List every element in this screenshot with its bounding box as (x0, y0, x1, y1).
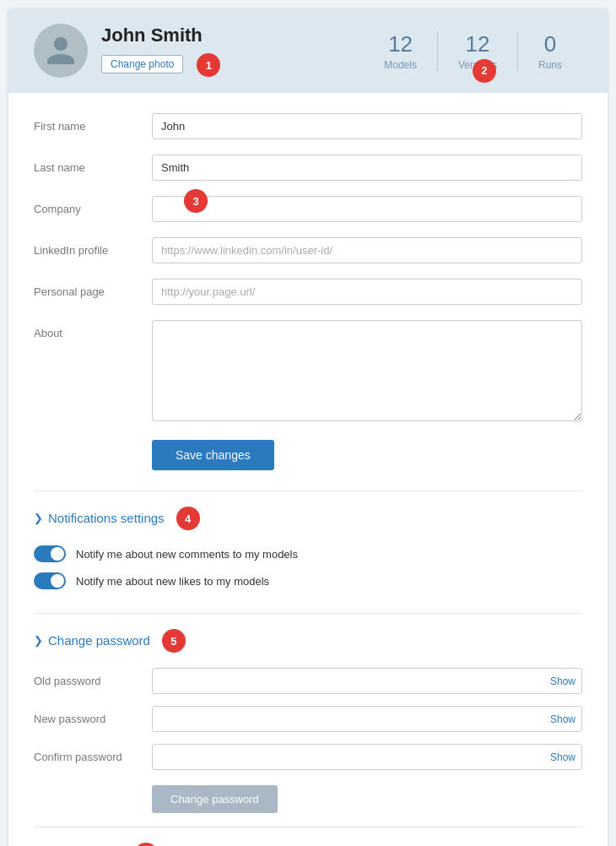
new-password-label: New password (34, 713, 152, 725)
notify-comments-row: Notify me about new comments to my model… (34, 545, 582, 562)
profile-header-left: John Smith Change photo 1 (34, 24, 220, 78)
personal-page-label: Personal page (34, 279, 152, 298)
show-new-password-button[interactable]: Show (550, 713, 575, 725)
show-confirm-password-button[interactable]: Show (550, 751, 575, 763)
notify-likes-label: Notify me about new likes to my models (76, 575, 269, 588)
badge-3: 3 (184, 189, 208, 213)
password-chevron-icon: ❯ (34, 634, 43, 647)
company-row: Company 3 (34, 196, 582, 222)
notifications-chevron-icon: ❯ (34, 512, 43, 524)
notifications-title: Notifications settings (48, 511, 165, 525)
stat-runs: 0 Runs (517, 31, 582, 71)
profile-stats: 12 Models 12 Versions 2 0 Runs (364, 31, 582, 71)
linkedin-input[interactable] (152, 237, 582, 263)
notifications-header[interactable]: ❯ Notifications settings 4 (8, 491, 608, 539)
about-label: About (34, 320, 152, 339)
confirm-password-row: Confirm password Show (34, 744, 582, 770)
page-container: John Smith Change photo 1 12 Models 12 V… (8, 8, 608, 846)
profile-header: John Smith Change photo 1 12 Models 12 V… (8, 8, 608, 93)
badge-6: 6 (134, 843, 158, 846)
old-password-label: Old password (34, 675, 152, 687)
runs-count: 0 (544, 31, 556, 57)
stat-versions: 12 Versions 2 (437, 31, 517, 71)
profile-form: First name Last name Company 3 LinkedIn … (8, 93, 608, 491)
first-name-row: First name (34, 113, 582, 139)
models-count: 12 (388, 31, 413, 57)
runs-label: Runs (538, 59, 562, 71)
notifications-body: Notify me about new comments to my model… (8, 539, 608, 613)
user-icon (44, 34, 78, 68)
save-changes-button[interactable]: Save changes (152, 440, 274, 470)
confirm-password-input[interactable] (152, 744, 582, 770)
linkedin-label: LinkedIn profile (34, 237, 152, 257)
show-old-password-button[interactable]: Show (550, 675, 575, 687)
profile-name: John Smith (101, 24, 220, 46)
new-password-input[interactable] (152, 706, 582, 732)
last-name-row: Last name (34, 155, 582, 181)
company-label: Company (34, 196, 152, 215)
versions-count: 12 (466, 31, 490, 57)
new-password-wrap: Show (152, 706, 582, 732)
new-password-row: New password Show (34, 706, 582, 732)
change-password-button[interactable]: Change password (152, 785, 278, 813)
change-password-header[interactable]: ❯ Change password 5 (8, 614, 608, 661)
about-row: About (34, 320, 582, 421)
models-label: Models (384, 59, 417, 71)
last-name-input[interactable] (152, 155, 582, 181)
old-password-row: Old password Show (34, 668, 582, 694)
change-password-title: Change password (48, 633, 150, 648)
password-body: Old password Show New password Show Conf… (8, 661, 608, 827)
change-photo-button[interactable]: Change photo (101, 55, 183, 73)
profile-name-block: John Smith Change photo 1 (101, 24, 220, 77)
badge-1: 1 (197, 53, 220, 77)
avatar (34, 24, 88, 78)
notify-likes-row: Notify me about new likes to my models (34, 572, 582, 589)
old-password-input[interactable] (152, 668, 582, 694)
delete-profile-header[interactable]: ❯ Delete profile 6 (8, 827, 608, 846)
about-textarea[interactable] (152, 320, 582, 421)
first-name-input[interactable] (152, 113, 582, 139)
notify-comments-toggle[interactable] (34, 545, 66, 562)
notify-comments-label: Notify me about new comments to my model… (76, 548, 298, 561)
confirm-password-wrap: Show (152, 744, 582, 770)
notify-likes-toggle[interactable] (34, 572, 66, 589)
personal-page-row: Personal page (34, 279, 582, 305)
badge-4: 4 (176, 507, 200, 530)
badge-2: 2 (473, 59, 496, 83)
badge-5: 5 (162, 629, 186, 653)
stat-models: 12 Models (364, 31, 437, 71)
company-input[interactable] (152, 196, 582, 222)
linkedin-row: LinkedIn profile (34, 237, 582, 263)
old-password-wrap: Show (152, 668, 582, 694)
personal-page-input[interactable] (152, 279, 582, 305)
last-name-label: Last name (34, 155, 152, 174)
confirm-password-label: Confirm password (34, 751, 152, 763)
first-name-label: First name (34, 113, 152, 133)
